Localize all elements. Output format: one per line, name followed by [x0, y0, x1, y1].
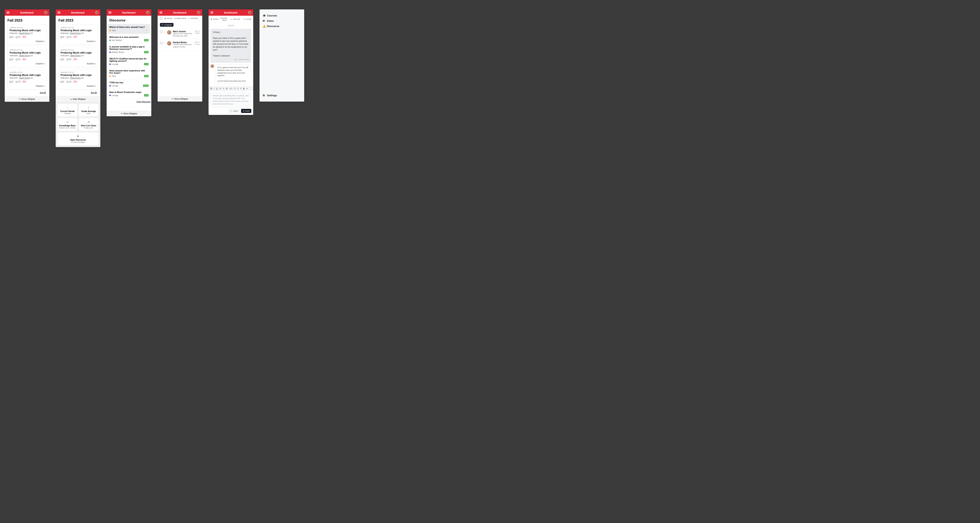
- heading-icon[interactable]: H: [220, 87, 221, 90]
- star-icon[interactable]: ☆: [164, 30, 165, 33]
- link-icon[interactable]: ⚭: [246, 87, 248, 90]
- stat-comments: 13: [67, 58, 72, 61]
- avatar[interactable]: [197, 11, 200, 14]
- stat-discussions: 0: [60, 58, 64, 61]
- hash-icon[interactable]: #: [237, 87, 238, 90]
- italic-icon[interactable]: I: [214, 87, 215, 90]
- trash-button[interactable]: 🗑TRASH: [210, 18, 218, 20]
- menu-courses[interactable]: 🎓Courses: [262, 13, 301, 18]
- expand-button[interactable]: Expand: [87, 62, 95, 65]
- avatar[interactable]: [146, 11, 150, 14]
- term-heading: Fall 2023: [59, 18, 98, 22]
- chevron-down-icon: [94, 40, 96, 42]
- instructor-row: Instructor: David Doms: [60, 77, 95, 79]
- instructor-name[interactable]: David Doms: [19, 77, 30, 79]
- mark-read-button[interactable]: ✉MARK READ: [174, 18, 186, 19]
- open-discourse-link[interactable]: Open Discourse: [137, 100, 151, 103]
- app-header: Dashboard: [56, 10, 100, 16]
- menu-icon[interactable]: [159, 11, 162, 14]
- expand-button[interactable]: Expand: [36, 40, 45, 42]
- widget-title: Open Discourse: [59, 139, 97, 141]
- menu-icon[interactable]: [108, 11, 111, 14]
- widget-streak[interactable]: ♨ Current Streak 8 Weeks: [57, 104, 77, 116]
- expand-button[interactable]: Expand: [87, 40, 95, 42]
- trash-button[interactable]: 🗑TRASH: [164, 18, 172, 19]
- see-all-link[interactable]: See All: [91, 92, 97, 94]
- discourse-item[interactable]: Which of these mics should I buy? Tech 2…: [108, 24, 150, 34]
- discourse-item[interactable]: HELP!!!!! Audition tomorrow-tips for fig…: [109, 56, 149, 67]
- code-icon[interactable]: </>: [229, 87, 232, 90]
- compose-textarea[interactable]: Please type something here to submit, ev…: [210, 92, 251, 107]
- send-button[interactable]: ➤Send: [241, 109, 251, 113]
- course-card[interactable]: OMPRD-273.02 Producing Music with Logic …: [59, 24, 98, 45]
- course-card[interactable]: OMPRD-273.02 Producing Music with Logic …: [8, 69, 47, 89]
- widget-live[interactable]: ◷ Next Live Class Today, 2pm: [79, 118, 99, 131]
- widget-kb[interactable]: ▭ Knowledge Base Explore 100+ articles: [57, 118, 77, 131]
- menu-inbox[interactable]: ✉Inbox: [262, 18, 301, 24]
- attach-button[interactable]: 📎Attach: [228, 109, 240, 113]
- star-icon[interactable]: ☆: [164, 41, 165, 44]
- inbox-message-row[interactable]: ☆ Sandra Muñoz I would check what your o…: [158, 39, 202, 50]
- mark-read-button[interactable]: ✉MARK READ: [220, 17, 229, 21]
- underline-icon[interactable]: U: [216, 87, 218, 90]
- avatar[interactable]: [248, 11, 251, 14]
- mail-icon[interactable]: [81, 33, 83, 34]
- archive-button[interactable]: ▭ARCHIVE: [188, 18, 198, 19]
- see-all-link[interactable]: See All: [40, 92, 46, 94]
- message-checkbox[interactable]: [160, 31, 162, 33]
- select-all-checkbox[interactable]: [160, 17, 162, 20]
- expand-button[interactable]: Expand: [36, 85, 45, 87]
- menu-icon[interactable]: [7, 11, 10, 14]
- mail-icon[interactable]: [30, 55, 33, 56]
- course-card[interactable]: OMPRD-273.02 Producing Music with Logic …: [59, 47, 98, 67]
- discourse-item[interactable]: Welcome to a new semester! Get Started 2…: [109, 34, 149, 43]
- menu-discourse[interactable]: 🔔Discourse: [262, 24, 301, 29]
- archive-button[interactable]: ▭ARCHIVE: [231, 18, 240, 20]
- widget-discourse[interactable]: ✉ Open Discourse 34 new messages: [57, 132, 99, 145]
- menu-icon[interactable]: [210, 11, 213, 14]
- close-button[interactable]: ✕CLOSE: [243, 18, 251, 20]
- widget-sub: Explore 100+ articles: [59, 127, 76, 129]
- avatar[interactable]: [95, 11, 99, 14]
- ordered-list-icon[interactable]: ≣: [226, 87, 228, 90]
- envelope-icon: ✉: [146, 40, 148, 41]
- course-card[interactable]: OMPRD-273.02 Producing Music with Logic …: [8, 24, 47, 45]
- hash-icon[interactable]: #: [234, 87, 235, 90]
- expand-button[interactable]: Expand: [36, 62, 45, 65]
- calendar-icon: [74, 81, 76, 83]
- message-checkbox[interactable]: [160, 42, 162, 44]
- show-widgets-button[interactable]: Show Widgets: [5, 96, 49, 102]
- discourse-item[interactable]: is anyone available to play a gig in New…: [109, 43, 149, 56]
- discourse-item[interactable]: New to Music Production major Lounge 1✉: [109, 89, 149, 99]
- course-card[interactable]: OMPRD-273.02 Producing Music with Logic …: [8, 47, 47, 67]
- menu-settings[interactable]: ⚙Settings: [262, 93, 301, 98]
- show-widgets-button[interactable]: Show Widgets: [158, 96, 202, 102]
- mail-icon[interactable]: [30, 77, 33, 79]
- discourse-item[interactable]: Does anyone have experience with Pro Too…: [109, 67, 149, 80]
- hash-icon[interactable]: #: [240, 87, 242, 90]
- folder-icon[interactable]: ▮: [243, 87, 244, 90]
- bold-icon[interactable]: B: [210, 87, 212, 90]
- instructor-name[interactable]: David Doms: [19, 32, 30, 34]
- show-widgets-button[interactable]: Show Widgets: [107, 111, 151, 116]
- avatar[interactable]: [44, 11, 48, 14]
- widget-grade[interactable]: ☆ Grade Average 86%: [79, 104, 99, 116]
- widget-sub: 86%: [80, 113, 97, 115]
- instructor-name[interactable]: David Doms: [70, 77, 81, 79]
- instructor-name[interactable]: David Doms: [70, 54, 81, 57]
- mail-icon[interactable]: [30, 33, 33, 34]
- mail-icon[interactable]: [81, 77, 83, 79]
- discourse-item[interactable]: TTPD fan fest Lounge 22✉: [109, 80, 149, 89]
- bullet-list-icon[interactable]: ≡: [223, 87, 224, 90]
- course-title: Producing Music with Logic: [10, 29, 45, 32]
- menu-icon[interactable]: [57, 11, 60, 14]
- expand-button[interactable]: Expand: [87, 85, 95, 87]
- compose-button[interactable]: ✎Compose: [160, 23, 173, 27]
- mail-icon[interactable]: [81, 55, 83, 56]
- instructor-name[interactable]: David Doms: [19, 54, 30, 57]
- instructor-name[interactable]: David Doms: [70, 32, 81, 34]
- inbox-message-row[interactable]: ☆ Marci Jensen ugh how did I forget that…: [158, 28, 202, 39]
- hide-widgets-button[interactable]: Hide Widgets: [56, 96, 100, 102]
- comment-icon: [67, 36, 68, 38]
- course-card[interactable]: OMPRD-273.02 Producing Music with Logic …: [59, 69, 98, 89]
